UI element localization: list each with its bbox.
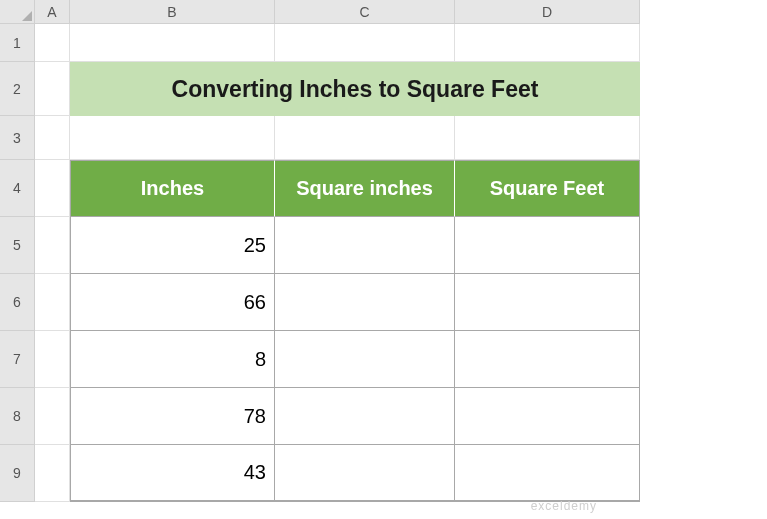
cell-b3[interactable] <box>70 116 275 160</box>
cell-inches-2[interactable]: 8 <box>70 331 275 388</box>
cell-inches-4[interactable]: 43 <box>70 445 275 502</box>
cell-inches-1[interactable]: 66 <box>70 274 275 331</box>
cell-sqin-2[interactable] <box>275 331 455 388</box>
cell-d3[interactable] <box>455 116 640 160</box>
row-header-3[interactable]: 3 <box>0 116 35 160</box>
cell-b1[interactable] <box>70 24 275 62</box>
cell-sqin-3[interactable] <box>275 388 455 445</box>
cell-c3[interactable] <box>275 116 455 160</box>
cell-sqft-2[interactable] <box>455 331 640 388</box>
row-header-9[interactable]: 9 <box>0 445 35 502</box>
cell-d1[interactable] <box>455 24 640 62</box>
spreadsheet-grid: A B C D 1 2 Converting Inches to Square … <box>0 0 767 502</box>
col-header-b[interactable]: B <box>70 0 275 24</box>
cell-inches-3[interactable]: 78 <box>70 388 275 445</box>
row-header-2[interactable]: 2 <box>0 62 35 116</box>
cell-sqft-1[interactable] <box>455 274 640 331</box>
cell-a8[interactable] <box>35 388 70 445</box>
cell-a6[interactable] <box>35 274 70 331</box>
cell-sqin-4[interactable] <box>275 445 455 502</box>
row-header-5[interactable]: 5 <box>0 217 35 274</box>
table-header-sqin[interactable]: Square inches <box>275 160 455 217</box>
row-header-7[interactable]: 7 <box>0 331 35 388</box>
title-banner[interactable]: Converting Inches to Square Feet <box>70 62 640 116</box>
row-header-6[interactable]: 6 <box>0 274 35 331</box>
cell-inches-0[interactable]: 25 <box>70 217 275 274</box>
cell-sqft-0[interactable] <box>455 217 640 274</box>
cell-a1[interactable] <box>35 24 70 62</box>
select-all-corner[interactable] <box>0 0 35 24</box>
cell-a5[interactable] <box>35 217 70 274</box>
cell-a2[interactable] <box>35 62 70 116</box>
row-header-4[interactable]: 4 <box>0 160 35 217</box>
cell-a7[interactable] <box>35 331 70 388</box>
row-header-1[interactable]: 1 <box>0 24 35 62</box>
cell-sqft-4[interactable] <box>455 445 640 502</box>
col-header-a[interactable]: A <box>35 0 70 24</box>
cell-a4[interactable] <box>35 160 70 217</box>
cell-a3[interactable] <box>35 116 70 160</box>
col-header-c[interactable]: C <box>275 0 455 24</box>
table-header-inches[interactable]: Inches <box>70 160 275 217</box>
cell-sqin-0[interactable] <box>275 217 455 274</box>
cell-a9[interactable] <box>35 445 70 502</box>
cell-sqft-3[interactable] <box>455 388 640 445</box>
cell-c1[interactable] <box>275 24 455 62</box>
row-header-8[interactable]: 8 <box>0 388 35 445</box>
cell-sqin-1[interactable] <box>275 274 455 331</box>
table-header-sqft[interactable]: Square Feet <box>455 160 640 217</box>
col-header-d[interactable]: D <box>455 0 640 24</box>
